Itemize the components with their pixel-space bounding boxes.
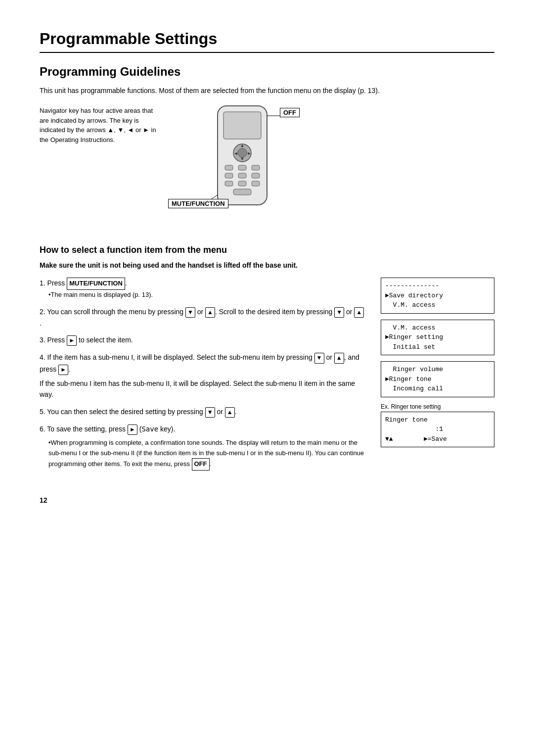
diagram-area: Navigator key has four active areas that… xyxy=(40,106,494,231)
display-box-1: -------------- ►Save directory V.M. acce… xyxy=(381,278,494,314)
steps-column: 1. Press MUTE/FUNCTION. •The main menu i… xyxy=(40,278,366,476)
phone-diagram: ▲ ▼ ◄ ► OFF MUTE/FUNCTION xyxy=(168,101,307,231)
section-title: Programming Guidelines xyxy=(40,65,494,79)
nav-up-key2: ▲ xyxy=(354,307,364,318)
svg-rect-9 xyxy=(238,165,246,170)
nav-down-key: ▼ xyxy=(185,307,195,318)
step-4-note: If the sub-menu I item has the sub-menu … xyxy=(40,378,366,400)
step-2: 2. You can scroll through the menu by pr… xyxy=(40,306,366,329)
svg-text:►: ► xyxy=(247,151,252,156)
svg-rect-15 xyxy=(238,181,246,186)
display-box-3-content: Ringer volume ►Ringer tone Incoming call xyxy=(381,361,494,397)
svg-rect-14 xyxy=(225,181,233,186)
step-6-bullet: •When programming is complete, a confirm… xyxy=(48,438,366,471)
svg-rect-11 xyxy=(225,173,233,178)
nav-right-key3: ► xyxy=(128,425,137,435)
mute-function-key: MUTE/FUNCTION xyxy=(67,278,125,290)
svg-rect-13 xyxy=(252,173,260,178)
display-box-2: V.M. access ►Ringer setting Initial set xyxy=(381,320,494,356)
svg-rect-17 xyxy=(233,189,251,195)
step-1: 1. Press MUTE/FUNCTION. •The main menu i… xyxy=(40,278,366,300)
intro-text: This unit has programmable functions. Mo… xyxy=(40,86,494,96)
svg-rect-10 xyxy=(252,165,260,170)
diagram-text: Navigator key has four active areas that… xyxy=(40,106,158,144)
step-6-text: 6. To save the setting, press ► (Save ke… xyxy=(40,425,175,433)
step-6: 6. To save the setting, press ► (Save ke… xyxy=(40,424,366,471)
navigator-text: Navigator key has four active areas that… xyxy=(40,107,156,143)
display-box-4-content: Ringer tone :1 ▼▲ ►=Save xyxy=(381,412,494,448)
nav-up-key4: ▲ xyxy=(225,407,235,418)
svg-rect-8 xyxy=(225,165,233,170)
step-3: 3. Press ► to select the item. xyxy=(40,334,366,346)
nav-down-key4: ▼ xyxy=(205,407,215,418)
mute-label: MUTE/FUNCTION xyxy=(168,199,228,208)
nav-right-key: ► xyxy=(67,335,77,346)
nav-down-key3: ▼ xyxy=(314,353,324,363)
page-title: Programmable Settings xyxy=(40,30,494,53)
display-box-3: Ringer volume ►Ringer tone Incoming call xyxy=(381,361,494,397)
nav-down-key2: ▼ xyxy=(334,307,344,318)
step-5: 5. You can then select the desired setti… xyxy=(40,406,366,418)
content-columns: 1. Press MUTE/FUNCTION. •The main menu i… xyxy=(40,278,494,476)
step-3-text: 3. Press ► to select the item. xyxy=(40,336,133,344)
nav-up-key3: ▲ xyxy=(334,353,344,363)
svg-text:▼: ▼ xyxy=(240,156,245,161)
svg-text:◄: ◄ xyxy=(234,151,238,156)
svg-rect-16 xyxy=(252,181,260,186)
page-number: 12 xyxy=(40,496,494,504)
nav-right-key2: ► xyxy=(58,365,68,375)
nav-up-key: ▲ xyxy=(205,307,215,318)
svg-rect-1 xyxy=(223,112,261,139)
svg-text:▲: ▲ xyxy=(240,143,245,148)
phone-svg: ▲ ▼ ◄ ► xyxy=(168,101,307,230)
svg-rect-12 xyxy=(238,173,246,178)
step-4: 4. If the item has a sub-menu I, it will… xyxy=(40,352,366,400)
display-box-4: Ex. Ringer tone setting Ringer tone :1 ▼… xyxy=(381,403,494,448)
step-1-text: 1. Press MUTE/FUNCTION. xyxy=(40,279,127,287)
display-boxes-column: -------------- ►Save directory V.M. acce… xyxy=(381,278,494,447)
bold-instruction: Make sure the unit is not being used and… xyxy=(40,260,494,271)
step-4-text: 4. If the item has a sub-menu I, it will… xyxy=(40,353,359,373)
off-key: OFF xyxy=(192,458,210,471)
step-1-bullet: •The main menu is displayed (p. 13). xyxy=(48,290,366,300)
off-label: OFF xyxy=(280,108,300,117)
step-5-text: 5. You can then select the desired setti… xyxy=(40,408,237,416)
display-box-2-content: V.M. access ►Ringer setting Initial set xyxy=(381,320,494,356)
display-box-1-content: -------------- ►Save directory V.M. acce… xyxy=(381,278,494,314)
step-2-text: 2. You can scroll through the menu by pr… xyxy=(40,308,364,327)
subsection-title: How to select a function item from the m… xyxy=(40,245,494,255)
display-box-4-label: Ex. Ringer tone setting xyxy=(381,403,494,410)
